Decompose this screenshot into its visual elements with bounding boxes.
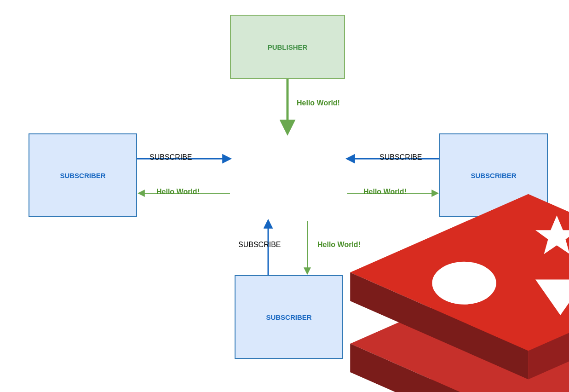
subscriber-right-label: SUBSCRIBER — [471, 172, 516, 179]
svg-marker-8 — [529, 272, 569, 379]
label-subscribe-bottom: SUBSCRIBE — [238, 241, 281, 249]
svg-marker-6 — [350, 194, 569, 351]
publisher-label: PUBLISHER — [268, 43, 308, 51]
label-subscribe-right: SUBSCRIBE — [379, 153, 422, 161]
svg-marker-3 — [350, 265, 569, 392]
svg-marker-4 — [350, 344, 528, 392]
label-publish-msg: Hello World! — [297, 99, 340, 107]
subscriber-right-box: SUBSCRIBER — [439, 133, 548, 217]
publisher-box: PUBLISHER — [230, 15, 345, 79]
label-msg-left: Hello World! — [156, 188, 200, 196]
svg-marker-11 — [535, 280, 569, 315]
svg-marker-0 — [350, 336, 569, 392]
svg-point-10 — [432, 262, 496, 305]
label-subscribe-left: SUBSCRIBE — [149, 153, 192, 161]
label-msg-bottom: Hello World! — [317, 241, 361, 249]
svg-marker-7 — [350, 272, 528, 379]
redis-node: redis — [244, 133, 331, 392]
svg-marker-5 — [529, 344, 569, 392]
label-msg-right: Hello World! — [363, 188, 407, 196]
subscriber-left-label: SUBSCRIBER — [60, 172, 105, 179]
svg-marker-9 — [535, 215, 569, 254]
subscriber-left-box: SUBSCRIBER — [29, 133, 137, 217]
